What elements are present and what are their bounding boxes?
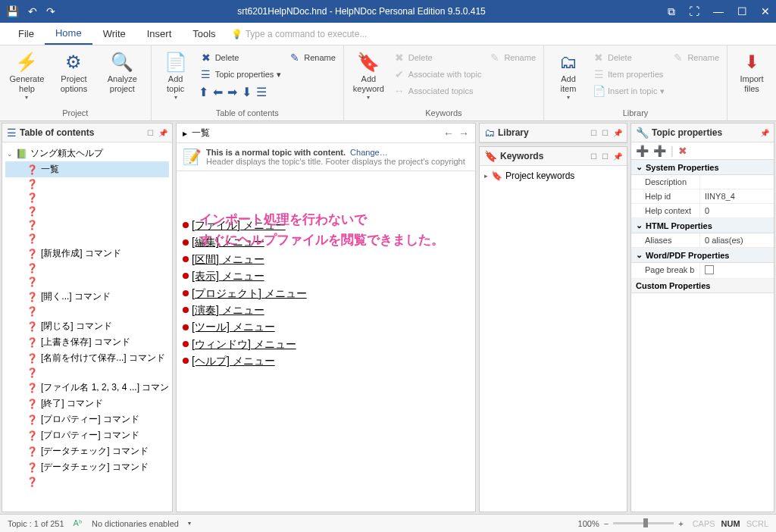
- panel-pin-icon[interactable]: ☐: [147, 129, 154, 137]
- row-helpctx[interactable]: Help context0: [631, 204, 774, 218]
- add-item-button[interactable]: 🗂Add item▾: [549, 49, 588, 102]
- keywords-body[interactable]: ▸ 🔖 Project keywords: [480, 166, 627, 186]
- tree-item[interactable]: ❓一覧: [5, 161, 169, 177]
- app-expand-icon[interactable]: ⧉: [668, 5, 675, 18]
- section-html[interactable]: ⌄HTML Properties: [631, 218, 774, 233]
- kw-ctrl1[interactable]: ☐: [590, 152, 597, 161]
- tree-item[interactable]: ❓[プロパティー] コマンド: [5, 412, 169, 427]
- tab-insert[interactable]: Insert: [136, 23, 183, 44]
- menu-link[interactable]: [ヘルプ] メニュー: [192, 352, 275, 369]
- editor-content[interactable]: インポート処理を行わないで すぐにヘルプファイルを閲覧できました。 [ファイル]…: [177, 171, 475, 512]
- tree-item[interactable]: ❓: [5, 191, 169, 205]
- tree-root[interactable]: ⌄📗ソング頼太ヘルプ: [5, 146, 169, 161]
- zoom-out-icon[interactable]: −: [604, 519, 609, 528]
- tree-item[interactable]: ❓[データチェック] コマンド: [5, 459, 169, 475]
- menu-link[interactable]: [区間] メニュー: [192, 251, 264, 268]
- minimize-icon[interactable]: —: [713, 5, 724, 18]
- tree-item[interactable]: ❓[ファイル名 1, 2, 3, 4 ...] コマンド: [5, 380, 169, 396]
- props-del-icon[interactable]: ✖: [678, 145, 687, 157]
- tree-item[interactable]: ❓: [5, 305, 169, 318]
- zoom-slider[interactable]: [613, 522, 674, 524]
- zoom-control[interactable]: 100% − +: [578, 519, 684, 528]
- group-library: 🗂Add item▾ ✖Delete ☰Item properties 📄Ins…: [544, 45, 728, 120]
- menu-link[interactable]: [ウィンドウ] メニュー: [192, 336, 296, 352]
- menu-link[interactable]: [演奏] メニュー: [192, 302, 264, 318]
- tree-item[interactable]: ❓: [5, 218, 169, 232]
- change-link[interactable]: Change…: [350, 148, 388, 157]
- tree-item[interactable]: ❓[上書き保存] コマンド: [5, 334, 169, 350]
- add-topic-button[interactable]: 📄Add topic▾: [156, 49, 196, 102]
- tree-item[interactable]: ❓: [5, 177, 169, 191]
- bullet-icon: [183, 239, 189, 246]
- tab-write[interactable]: Write: [92, 23, 136, 44]
- menu-link[interactable]: [ファイル] メニュー: [192, 217, 286, 233]
- row-description[interactable]: Description: [631, 175, 774, 189]
- undo-icon[interactable]: ↶: [28, 5, 37, 17]
- import-files-button[interactable]: ⬇Import files: [732, 49, 771, 95]
- panel-pin2-icon[interactable]: 📌: [158, 129, 167, 137]
- menu-link-line: [ファイル] メニュー: [183, 217, 469, 233]
- kw-ctrl2[interactable]: ☐: [602, 152, 609, 161]
- tree-item[interactable]: ❓: [5, 261, 169, 275]
- menu-link[interactable]: [プロジェクト] メニュー: [192, 285, 307, 302]
- breadcrumb[interactable]: 一覧: [192, 127, 439, 139]
- pagebreak-checkbox[interactable]: [705, 265, 714, 274]
- spellcheck-icon[interactable]: Aᵇ: [74, 518, 83, 528]
- save-icon[interactable]: 💾: [6, 5, 19, 17]
- tree-item[interactable]: ❓[新規作成] コマンド: [5, 246, 169, 261]
- tab-tools[interactable]: Tools: [182, 23, 226, 44]
- props-add-icon[interactable]: ➕: [636, 145, 649, 157]
- tree-item[interactable]: ❓[閉じる] コマンド: [5, 318, 169, 334]
- tab-home[interactable]: Home: [45, 23, 92, 45]
- tree-item[interactable]: ❓[データチェック] コマンド: [5, 443, 169, 459]
- row-helpid[interactable]: Help idIINY8_4: [631, 189, 774, 204]
- menu-link[interactable]: [表示] メニュー: [192, 268, 264, 284]
- close-icon[interactable]: ✕: [761, 5, 770, 18]
- status-dict[interactable]: No dictionaries enabled: [92, 519, 179, 528]
- lib-ctrl1[interactable]: ☐: [590, 129, 597, 137]
- nav-next-icon[interactable]: →: [458, 127, 469, 139]
- toc-props-button[interactable]: ☰Topic properties ▾: [197, 67, 285, 82]
- tree-item[interactable]: ❓: [5, 475, 169, 489]
- redo-icon[interactable]: ↷: [46, 5, 55, 17]
- row-aliases[interactable]: Aliases0 alias(es): [631, 233, 774, 248]
- caps-indicator: CAPS: [693, 519, 715, 528]
- zoom-in-icon[interactable]: +: [678, 519, 683, 528]
- section-system[interactable]: ⌄System Properties: [631, 160, 774, 175]
- lib-pin-icon[interactable]: 📌: [613, 129, 622, 137]
- analyze-project-button[interactable]: 🔍Analyze project: [99, 49, 146, 95]
- menu-link[interactable]: [ツール] メニュー: [192, 318, 275, 335]
- props-pin-icon[interactable]: 📌: [760, 129, 769, 137]
- group-keywords: 🔖Add keyword▾ ✖Delete ✔Associate with to…: [344, 45, 544, 120]
- toc-rename-button[interactable]: ✎Rename: [286, 50, 339, 65]
- section-wordpdf[interactable]: ⌄Word/PDF Properties: [631, 248, 774, 263]
- tree-item[interactable]: ❓[プロパティー] コマンド: [5, 427, 169, 443]
- tree-item[interactable]: ❓[開く...] コマンド: [5, 289, 169, 305]
- tree-item[interactable]: ❓[終了] コマンド: [5, 396, 169, 412]
- app-fullscreen-icon[interactable]: ⛶: [689, 5, 699, 18]
- num-indicator: NUM: [721, 519, 740, 528]
- tree-item[interactable]: ❓: [5, 205, 169, 218]
- toc-delete-button[interactable]: ✖Delete: [197, 50, 285, 65]
- toc-tree[interactable]: ⌄📗ソング頼太ヘルプ❓一覧❓❓❓❓❓❓[新規作成] コマンド❓❓❓[開く...]…: [2, 142, 172, 512]
- nav-prev-icon[interactable]: ←: [443, 127, 454, 139]
- tree-item[interactable]: ❓: [5, 232, 169, 246]
- toc-move-arrows[interactable]: ⬆⬅➡⬇☰: [197, 83, 285, 101]
- props-add2-icon[interactable]: ➕: [653, 145, 666, 157]
- tree-item[interactable]: ❓: [5, 366, 169, 380]
- command-box[interactable]: 💡 Type a command to execute...: [231, 29, 368, 39]
- generate-help-button[interactable]: ⚡Generate help▾: [5, 49, 49, 102]
- tab-file[interactable]: File: [8, 23, 45, 44]
- maximize-icon[interactable]: ☐: [737, 5, 747, 18]
- tree-item[interactable]: ❓[名前を付けて保存...] コマンド: [5, 350, 169, 366]
- kw-pin-icon[interactable]: 📌: [613, 152, 622, 161]
- lib-ctrl2[interactable]: ☐: [602, 129, 609, 137]
- bread-caret-icon[interactable]: ▸: [183, 128, 187, 139]
- menu-link[interactable]: [編集] メニュー: [192, 233, 264, 250]
- section-custom[interactable]: Custom Properties: [631, 279, 774, 293]
- tree-item[interactable]: ❓: [5, 275, 169, 289]
- project-options-button[interactable]: ⚙Project options: [51, 49, 97, 95]
- row-pagebreak[interactable]: Page break b: [631, 263, 774, 279]
- add-keyword-button[interactable]: 🔖Add keyword▾: [349, 49, 389, 102]
- magnify-icon: 🔍: [111, 50, 133, 74]
